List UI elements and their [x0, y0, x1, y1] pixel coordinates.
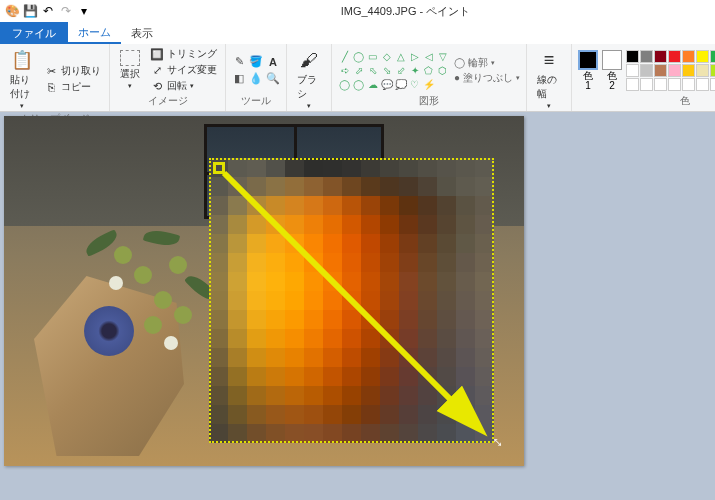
palette-swatch[interactable]: [654, 64, 667, 77]
palette-swatch[interactable]: [710, 64, 715, 77]
shape-item[interactable]: △: [394, 50, 407, 63]
shape-item[interactable]: ◯: [352, 50, 365, 63]
chevron-down-icon: ▾: [547, 102, 551, 110]
palette-swatch[interactable]: [682, 64, 695, 77]
palette-swatch[interactable]: [668, 64, 681, 77]
shape-item[interactable]: 💭: [394, 78, 407, 91]
shape-item[interactable]: ➪: [338, 64, 351, 77]
group-label-image: イメージ: [116, 94, 219, 109]
group-colors: 色 1 色 2 色の 編集 色: [572, 44, 715, 111]
shape-item[interactable]: ☁: [366, 78, 379, 91]
palette-swatch[interactable]: [682, 78, 695, 91]
title-bar: 🎨 💾 ↶ ↷ ▾ IMG_4409.JPG - ペイント: [0, 0, 715, 22]
resize-icon: ⤢: [150, 63, 164, 77]
chevron-down-icon: ▾: [307, 102, 311, 110]
palette-swatch[interactable]: [626, 78, 639, 91]
copy-button[interactable]: ⎘コピー: [42, 79, 103, 95]
palette-swatch[interactable]: [682, 50, 695, 63]
chevron-down-icon: ▾: [20, 102, 24, 110]
shapes-gallery[interactable]: ╱◯▭◇△▷◁▽➪⬀⬁⬂⬃✦⬠⬡◯◯☁💬💭♡⚡: [338, 50, 450, 91]
select-button[interactable]: 選択 ▾: [116, 48, 144, 92]
resize-button[interactable]: ⤢サイズ変更: [148, 62, 219, 78]
palette-swatch[interactable]: [654, 78, 667, 91]
undo-icon[interactable]: ↶: [40, 3, 56, 19]
eraser-icon[interactable]: ◧: [232, 72, 246, 86]
shape-item[interactable]: ♡: [408, 78, 421, 91]
paste-button[interactable]: 📋 貼り付け ▾: [6, 46, 38, 112]
bouquet-illustration: [14, 206, 214, 456]
palette-swatch[interactable]: [640, 64, 653, 77]
bucket-icon[interactable]: 🪣: [249, 55, 263, 69]
shape-item[interactable]: ⬡: [436, 64, 449, 77]
text-icon[interactable]: A: [266, 55, 280, 69]
color-palette[interactable]: [626, 50, 715, 91]
color1-button[interactable]: 色 1: [578, 50, 598, 91]
palette-swatch[interactable]: [640, 78, 653, 91]
picker-icon[interactable]: 💧: [249, 72, 263, 86]
tab-file[interactable]: ファイル: [0, 22, 68, 44]
redo-icon[interactable]: ↷: [58, 3, 74, 19]
palette-swatch[interactable]: [654, 50, 667, 63]
shape-item[interactable]: ◯: [338, 78, 351, 91]
group-brush: 🖌 ブラシ ▾: [287, 44, 332, 111]
palette-swatch[interactable]: [710, 78, 715, 91]
copy-icon: ⎘: [44, 80, 58, 94]
shape-item[interactable]: ▭: [366, 50, 379, 63]
group-label-colors: 色: [578, 94, 715, 109]
group-tools: ✎ 🪣 A ◧ 💧 🔍 ツール: [226, 44, 287, 111]
palette-swatch[interactable]: [626, 50, 639, 63]
brush-icon: 🖌: [297, 48, 321, 72]
shape-item[interactable]: ✦: [408, 64, 421, 77]
palette-swatch[interactable]: [668, 78, 681, 91]
tab-view[interactable]: 表示: [121, 22, 163, 44]
outline-button[interactable]: ◯輪郭▾: [454, 56, 520, 70]
tab-home[interactable]: ホーム: [68, 22, 121, 44]
palette-swatch[interactable]: [696, 78, 709, 91]
palette-swatch[interactable]: [710, 50, 715, 63]
color2-swatch: [602, 50, 622, 70]
shape-item[interactable]: ⬃: [394, 64, 407, 77]
fill-button[interactable]: ●塗りつぶし▾: [454, 71, 520, 85]
canvas-area: ↔: [0, 112, 715, 470]
quick-access-toolbar: 🎨 💾 ↶ ↷ ▾: [0, 3, 96, 19]
group-clipboard: 📋 貼り付け ▾ ✂切り取り ⎘コピー クリップボード: [0, 44, 110, 111]
palette-swatch[interactable]: [696, 64, 709, 77]
cut-icon: ✂: [44, 64, 58, 78]
palette-swatch[interactable]: [626, 64, 639, 77]
shape-item[interactable]: ⬀: [352, 64, 365, 77]
color1-swatch: [578, 50, 598, 70]
ribbon-tabs: ファイル ホーム 表示: [0, 22, 715, 44]
shape-item[interactable]: ◇: [380, 50, 393, 63]
mosaic-region: [209, 158, 494, 443]
shape-item[interactable]: ⬂: [380, 64, 393, 77]
group-image: 選択 ▾ 🔲トリミング ⤢サイズ変更 ⟲回転▾ イメージ: [110, 44, 226, 111]
shape-item[interactable]: ⚡: [422, 78, 435, 91]
shape-item[interactable]: ◯: [352, 78, 365, 91]
shape-item[interactable]: ⬠: [422, 64, 435, 77]
save-icon[interactable]: 💾: [22, 3, 38, 19]
group-shapes: ╱◯▭◇△▷◁▽➪⬀⬁⬂⬃✦⬠⬡◯◯☁💬💭♡⚡ ◯輪郭▾ ●塗りつぶし▾ 図形: [332, 44, 527, 111]
crop-button[interactable]: 🔲トリミング: [148, 46, 219, 62]
cut-button[interactable]: ✂切り取り: [42, 63, 103, 79]
qat-dropdown-icon[interactable]: ▾: [76, 3, 92, 19]
palette-swatch[interactable]: [668, 50, 681, 63]
chevron-down-icon: ▾: [128, 82, 132, 90]
shape-item[interactable]: ▽: [436, 50, 449, 63]
shape-item[interactable]: ⬁: [366, 64, 379, 77]
shape-item[interactable]: ◁: [422, 50, 435, 63]
stroke-button[interactable]: ≡ 線の幅 ▾: [533, 46, 565, 112]
shape-item[interactable]: 💬: [380, 78, 393, 91]
palette-swatch[interactable]: [696, 50, 709, 63]
brush-button[interactable]: 🖌 ブラシ ▾: [293, 46, 325, 112]
palette-swatch[interactable]: [640, 50, 653, 63]
app-icon: 🎨: [4, 3, 20, 19]
zoom-icon[interactable]: 🔍: [266, 72, 280, 86]
canvas[interactable]: ↔: [4, 116, 524, 466]
pencil-icon[interactable]: ✎: [232, 55, 246, 69]
outline-icon: ◯: [454, 57, 465, 68]
shape-item[interactable]: ▷: [408, 50, 421, 63]
shape-item[interactable]: ╱: [338, 50, 351, 63]
rotate-button[interactable]: ⟲回転▾: [148, 78, 219, 94]
color2-button[interactable]: 色 2: [602, 50, 622, 91]
group-label-tools: ツール: [232, 94, 280, 109]
